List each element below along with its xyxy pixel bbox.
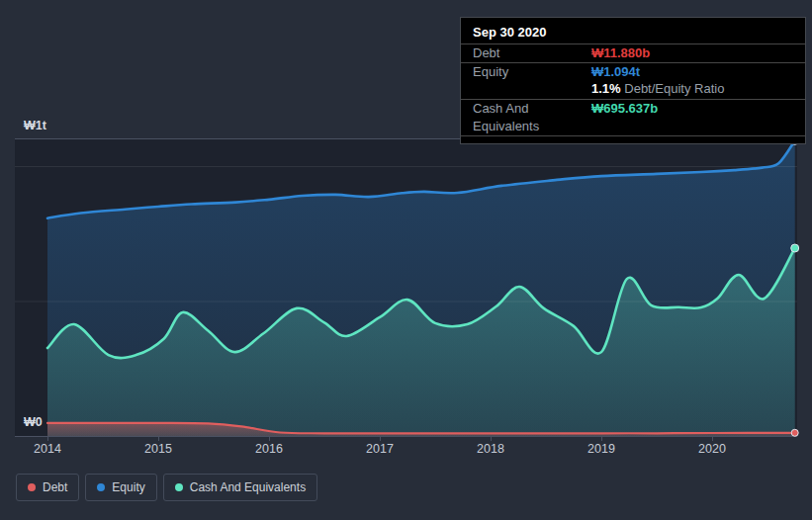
- tooltip-cash-row: Cash And Equivalents ₩695.637b: [461, 100, 805, 136]
- tooltip-date: Sep 30 2020: [461, 18, 805, 44]
- tooltip-ratio-label: Debt/Equity Ratio: [624, 81, 724, 96]
- tooltip-equity-label: Equity: [473, 63, 591, 81]
- legend-debt-label: Debt: [43, 480, 67, 494]
- debt-equity-chart-page: ₩1t ₩0 2014 2015 2016 2017 2018 2019 202…: [0, 0, 812, 520]
- y-axis-label-1t: ₩1t: [24, 119, 46, 132]
- tooltip-equity-row: Equity ₩1.094t: [461, 63, 805, 81]
- x-axis-label-2014: 2014: [23, 442, 72, 456]
- tooltip-ratio-value: 1.1%: [591, 81, 621, 96]
- x-axis-label-2018: 2018: [466, 442, 515, 456]
- tooltip-equity-value: ₩1.094t: [591, 63, 793, 81]
- x-axis-label-2020: 2020: [687, 442, 737, 456]
- hover-tooltip: Sep 30 2020 Debt ₩11.880b Equity ₩1.094t…: [460, 17, 806, 144]
- tooltip-debt-label: Debt: [473, 44, 591, 62]
- legend-cash-label: Cash And Equivalents: [190, 480, 306, 494]
- debt-endpoint-dot[interactable]: [791, 429, 798, 436]
- x-axis-label-2017: 2017: [355, 442, 405, 456]
- tooltip-debt-value: ₩11.880b: [591, 44, 793, 62]
- legend-item-equity[interactable]: Equity: [85, 474, 156, 501]
- tooltip-debt-row: Debt ₩11.880b: [461, 44, 805, 63]
- cash-endpoint-dot[interactable]: [791, 244, 799, 252]
- y-axis-label-0: ₩0: [24, 415, 43, 429]
- tooltip-ratio-row: 1.1% Debt/Equity Ratio: [461, 81, 805, 100]
- x-axis-label-2015: 2015: [134, 442, 183, 456]
- equity-dot-icon: [97, 483, 105, 491]
- legend-equity-label: Equity: [112, 480, 144, 494]
- legend-item-cash[interactable]: Cash And Equivalents: [163, 474, 317, 501]
- tooltip-cash-label: Cash And Equivalents: [473, 100, 591, 135]
- tooltip-cash-value: ₩695.637b: [591, 100, 793, 135]
- cash-dot-icon: [175, 483, 183, 491]
- debt-dot-icon: [28, 483, 36, 491]
- chart-legend: Debt Equity Cash And Equivalents: [16, 474, 317, 501]
- legend-item-debt[interactable]: Debt: [16, 474, 79, 501]
- x-axis-label-2016: 2016: [244, 442, 294, 456]
- x-axis-label-2019: 2019: [577, 442, 626, 456]
- tooltip-ratio: 1.1% Debt/Equity Ratio: [591, 81, 793, 96]
